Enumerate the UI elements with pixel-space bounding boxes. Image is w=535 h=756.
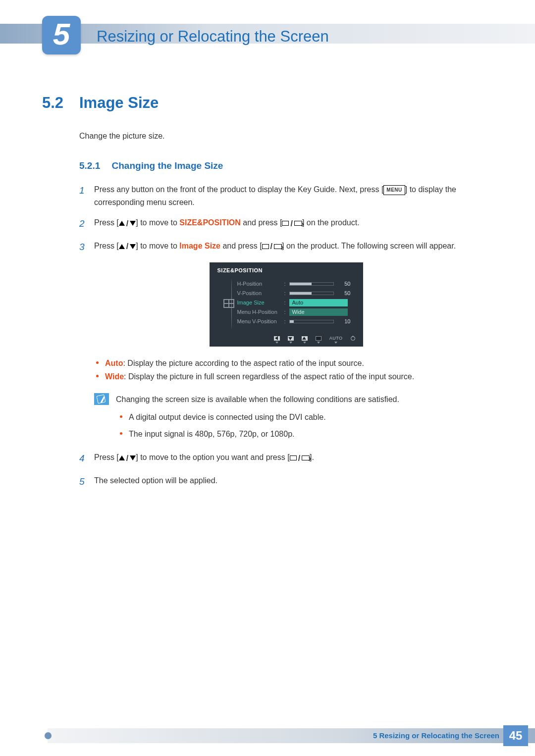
osd-row-menu-hposition: Menu H-Position : Wide	[237, 307, 355, 317]
osd-value: 50	[339, 290, 351, 296]
osd-label: Menu V-Position	[237, 318, 284, 324]
page-footer: 5 Resizing or Relocating the Screen 45	[0, 725, 535, 746]
step-text: Press [	[94, 218, 119, 227]
step-text: and press [	[241, 218, 282, 227]
osd-label-active: Image Size	[237, 300, 284, 305]
osd-power-icon	[351, 336, 355, 344]
step-list: 1 Press any button on the front of the p…	[79, 183, 493, 254]
osd-title: SIZE&POSITION	[217, 267, 355, 273]
step-text: ].	[310, 453, 314, 461]
step-number: 1	[79, 183, 94, 208]
osd-label: Menu H-Position	[237, 309, 284, 315]
option-wide: Wide: Display the picture in full screen…	[94, 370, 493, 383]
step-text: The selected option will be applied.	[94, 474, 493, 489]
menu-button-icon: MENU	[383, 185, 405, 195]
subsection-title: Changing the Image Size	[112, 160, 223, 171]
note-icon	[94, 393, 109, 405]
step-5: 5 The selected option will be applied.	[79, 474, 493, 489]
section-heading: 5.2 Image Size	[42, 94, 493, 112]
osd-row-menu-vposition: Menu V-Position : 10	[237, 317, 355, 326]
source-enter-icon: /	[282, 217, 302, 230]
subsection-heading: 5.2.1 Changing the Image Size	[79, 160, 493, 171]
step-text: ] to move to the option you want and pre…	[136, 453, 289, 461]
step-number: 5	[79, 474, 94, 489]
osd-row-hposition: H-Position : 50	[237, 279, 355, 289]
note-condition-1: A digital output device is connected usi…	[116, 411, 493, 424]
step-list-continued: 4 Press [/] to move to the option you wa…	[79, 451, 493, 489]
chapter-number-box: 5	[42, 16, 81, 54]
up-down-icon: /	[119, 452, 136, 465]
option-auto: Auto: Display the picture according to t…	[94, 356, 493, 370]
footer-dot-icon	[45, 732, 52, 739]
step-2: 2 Press [/] to move to SIZE&POSITION and…	[79, 216, 493, 231]
step-text: Press any button on the front of the pro…	[94, 185, 383, 194]
osd-dropdown-option: Wide	[289, 308, 348, 316]
footer-text: 5 Resizing or Relocating the Screen	[373, 731, 499, 740]
step-number: 4	[79, 451, 94, 466]
note-block: Changing the screen size is available wh…	[94, 393, 493, 444]
section-intro: Change the picture size.	[79, 132, 493, 141]
step-text: Press [	[94, 453, 119, 461]
osd-category-icon	[223, 299, 234, 308]
osd-label: H-Position	[237, 281, 284, 287]
osd-enter-icon	[316, 336, 321, 344]
note-condition-2: The input signal is 480p, 576p, 720p, or…	[116, 428, 493, 441]
step-text: ] to move to	[136, 242, 179, 250]
osd-slider	[289, 282, 334, 286]
highlight-size-position: SIZE&POSITION	[179, 218, 241, 227]
option-auto-desc: : Display the picture according to the a…	[123, 359, 364, 367]
osd-back-icon	[274, 336, 280, 344]
step-text: and press [	[220, 242, 262, 250]
step-4: 4 Press [/] to move to the option you wa…	[79, 451, 493, 466]
osd-dropdown-selected: Auto	[289, 299, 348, 306]
section-number: 5.2	[42, 94, 79, 112]
osd-value: 50	[339, 281, 351, 287]
option-auto-label: Auto	[105, 359, 123, 367]
osd-value: 10	[339, 318, 351, 324]
option-list: Auto: Display the picture according to t…	[94, 356, 493, 383]
osd-screenshot: SIZE&POSITION H-Position : 50 V-Position	[210, 262, 363, 347]
source-enter-icon: /	[262, 240, 282, 253]
osd-row-image-size: Image Size : Auto	[237, 298, 355, 307]
highlight-image-size: Image Size	[179, 242, 220, 250]
up-down-icon: /	[119, 217, 136, 230]
step-number: 3	[79, 240, 94, 254]
note-lead: Changing the screen size is available wh…	[116, 395, 399, 403]
note-conditions: A digital output device is connected usi…	[116, 411, 493, 440]
step-text: ] to move to	[136, 218, 179, 227]
up-down-icon: /	[119, 240, 136, 253]
page-header: 5 Resizing or Relocating the Screen	[0, 16, 535, 55]
step-text: Press [	[94, 242, 119, 250]
osd-footer-icons: AUTO	[217, 335, 355, 344]
osd-auto-icon: AUTO	[329, 336, 343, 344]
step-3: 3 Press [/] to move to Image Size and pr…	[79, 240, 493, 254]
option-wide-desc: : Display the picture in full screen reg…	[124, 372, 414, 381]
page-content: 5.2 Image Size Change the picture size. …	[42, 94, 493, 497]
source-enter-icon: /	[290, 452, 310, 465]
osd-row-vposition: V-Position : 50	[237, 289, 355, 298]
osd-label: V-Position	[237, 290, 284, 296]
osd-slider	[289, 320, 334, 323]
step-number: 2	[79, 216, 94, 231]
osd-slider	[289, 292, 334, 295]
step-text: ] on the product.	[302, 218, 360, 227]
subsection-number: 5.2.1	[79, 160, 100, 171]
osd-down-icon	[288, 336, 294, 344]
page-number: 45	[503, 725, 528, 746]
step-1: 1 Press any button on the front of the p…	[79, 183, 493, 208]
chapter-title: Resizing or Relocating the Screen	[97, 28, 329, 46]
section-title: Image Size	[79, 94, 159, 112]
option-wide-label: Wide	[105, 372, 124, 381]
osd-up-icon	[302, 336, 308, 344]
step-text: ] on the product. The following screen w…	[282, 242, 456, 250]
